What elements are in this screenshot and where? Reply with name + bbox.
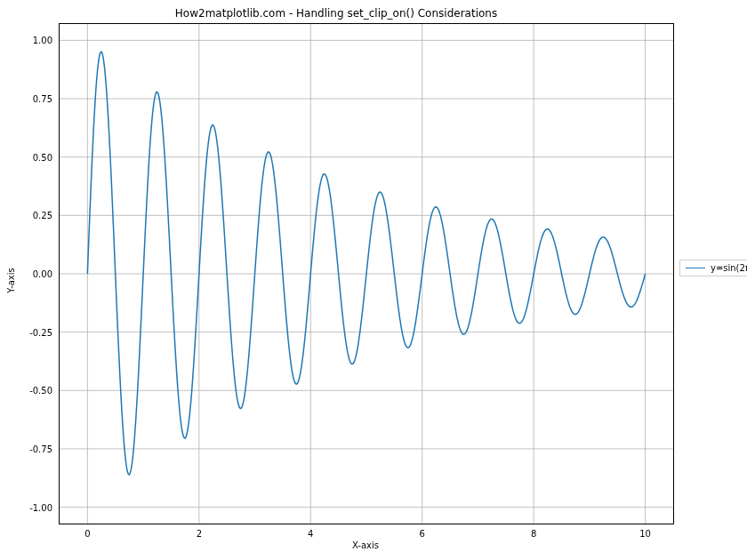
legend-label: y=sin(2πx)*exp(-x/5) [711,263,747,273]
y-axis-label-text: Y-axis [6,268,16,293]
x-tick: 2 [197,524,202,539]
y-axis-label: Y-axis [5,0,16,560]
y-tick: -0.25 [29,327,60,337]
x-axis-label: X-axis [59,540,672,550]
y-tick: -0.50 [29,386,60,396]
y-tick: 1.00 [33,36,60,45]
y-tick: -1.00 [29,502,60,512]
plot-area: -1.00-0.75-0.50-0.250.000.250.500.751.00… [59,23,674,524]
line-series [87,52,645,475]
legend: y=sin(2πx)*exp(-x/5) [679,260,747,276]
y-tick: 0.25 [33,211,60,220]
figure: How2matplotlib.com - Handling set_clip_o… [0,0,747,560]
x-tick: 10 [639,524,651,539]
x-tick: 8 [531,524,536,539]
x-tick: 4 [308,524,313,539]
chart-title: How2matplotlib.com - Handling set_clip_o… [0,7,672,20]
x-tick: 0 [84,524,90,539]
y-tick: -0.75 [29,444,60,453]
y-tick: 0.00 [33,269,60,279]
y-tick: 0.75 [33,94,60,104]
legend-line-icon [686,268,705,268]
x-tick: 6 [420,524,425,539]
y-tick: 0.50 [33,152,60,162]
axes-svg [60,24,673,524]
series-line [87,52,645,475]
